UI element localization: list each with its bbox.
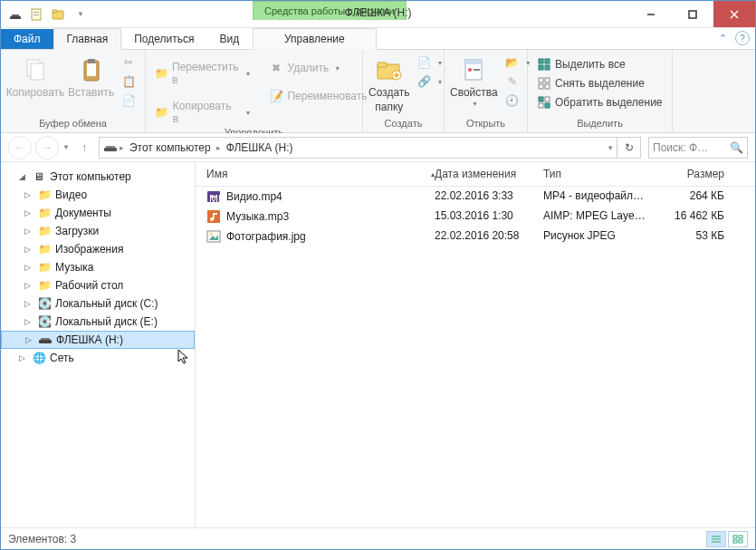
breadcrumb-this-pc[interactable]: Этот компьютер [126, 140, 215, 156]
file-row[interactable]: Фотография.jpg22.02.2016 20:58Рисунок JP… [196, 227, 755, 246]
svg-point-23 [468, 68, 472, 72]
paste-shortcut-small-button[interactable]: 📄 [118, 92, 139, 110]
move-to-button[interactable]: 📁Переместить в▼ [151, 59, 254, 88]
column-size[interactable]: Размер [659, 168, 724, 180]
svg-rect-33 [539, 97, 543, 101]
svg-rect-12 [31, 63, 43, 80]
large-icons-view-button[interactable] [728, 531, 748, 547]
new-item-small-button[interactable]: 📄▼ [414, 53, 447, 72]
qat-properties-icon[interactable] [28, 5, 46, 24]
file-name: Музыка.mp3 [226, 210, 289, 223]
column-date[interactable]: Дата изменения [435, 168, 543, 180]
svg-text:MP4: MP4 [209, 193, 221, 204]
ribbon-group-new: Создать папку 📄▼ 🔗▼ Создать [363, 50, 445, 132]
search-input[interactable]: Поиск: Ф… 🔍 [648, 137, 748, 159]
up-button[interactable]: ↑ [73, 137, 95, 159]
paste-button[interactable]: Вставить [68, 52, 114, 99]
usb-drive-icon [38, 333, 53, 347]
edit-icon: ✎ [505, 74, 520, 89]
select-all-icon [537, 57, 551, 72]
qat-dropdown-icon[interactable]: ▼ [72, 5, 90, 24]
column-type[interactable]: Тип [543, 168, 659, 180]
folder-icon: 📁 [37, 260, 52, 275]
ribbon-group-organize: 📁Переместить в▼ 📁Копировать в▼ ✖Удалить▼… [146, 50, 363, 132]
title-bar: ▼ Средства работы с дисками ФЛЕШКА (H:) [1, 1, 755, 28]
move-to-icon: 📁 [155, 66, 168, 81]
close-button[interactable] [713, 1, 755, 27]
app-icon [6, 5, 24, 24]
qat-newfolder-icon[interactable] [50, 5, 68, 24]
svg-rect-15 [88, 59, 95, 63]
svg-rect-47 [214, 213, 217, 215]
svg-rect-27 [539, 65, 543, 70]
copy-button[interactable]: Копировать [6, 52, 64, 99]
column-name[interactable]: Имя▴ [199, 168, 435, 180]
folder-icon: 📁 [37, 206, 52, 220]
body: ◢🖥Этот компьютер ▷📁Видео ▷📁Документы ▷📁З… [1, 162, 755, 527]
easy-access-small-button[interactable]: 🔗▼ [414, 72, 447, 91]
svg-rect-34 [545, 97, 550, 101]
tree-flash-drive[interactable]: ▷ФЛЕШКА (H:) [1, 331, 195, 349]
paste-icon [77, 55, 106, 84]
select-none-button[interactable]: Снять выделение [533, 74, 666, 92]
new-folder-icon [375, 55, 404, 84]
file-size: 53 КБ [659, 229, 724, 244]
minimize-ribbon-icon[interactable]: ⌃ [715, 31, 730, 45]
window-controls [630, 1, 755, 27]
tab-home[interactable]: Главная [53, 28, 122, 50]
svg-rect-55 [739, 536, 742, 538]
tree-downloads[interactable]: ▷📁Загрузки [1, 222, 195, 240]
delete-button[interactable]: ✖Удалить▼ [265, 59, 370, 77]
help-icon[interactable]: ? [735, 31, 750, 45]
rename-button[interactable]: 📝Переименовать [265, 87, 370, 105]
ribbon-group-select: Выделить все Снять выделение Обратить вы… [528, 50, 673, 132]
file-type-icon [206, 209, 221, 224]
back-button[interactable]: ← [8, 136, 32, 159]
folder-icon: 📁 [37, 224, 52, 238]
rename-icon: 📝 [269, 89, 283, 103]
ribbon-group-clipboard: Копировать Вставить ✂ 📋 📄 Буфер обмена [1, 50, 146, 132]
new-folder-button[interactable]: Создать папку [368, 52, 410, 113]
tree-music[interactable]: ▷📁Музыка [1, 258, 195, 276]
new-item-icon: 📄 [417, 55, 432, 70]
tab-file[interactable]: Файл [1, 29, 53, 49]
tree-disk-c[interactable]: ▷💽Локальный диск (C:) [1, 294, 195, 313]
svg-rect-57 [739, 540, 742, 543]
svg-rect-0 [10, 16, 21, 19]
tree-this-pc[interactable]: ◢🖥Этот компьютер [1, 168, 195, 186]
refresh-button[interactable]: ↻ [617, 137, 641, 159]
forward-button[interactable]: → [35, 136, 59, 159]
status-item-count: Элементов: 3 [8, 533, 76, 545]
file-date: 15.03.2016 1:30 [435, 209, 543, 224]
cut-icon: ✂ [121, 55, 136, 70]
tree-documents[interactable]: ▷📁Документы [1, 204, 195, 222]
tree-pictures[interactable]: ▷📁Изображения [1, 240, 195, 258]
minimize-button[interactable] [630, 1, 672, 27]
tree-desktop[interactable]: ▷📁Рабочий стол [1, 276, 195, 294]
breadcrumb-bar[interactable]: ▸ Этот компьютер ▸ ФЛЕШКА (H:) ▾ [99, 137, 617, 159]
tree-videos[interactable]: ▷📁Видео [1, 186, 195, 204]
file-row[interactable]: MP4Видио.mp422.02.2016 3:33MP4 - видеофа… [196, 187, 755, 207]
breadcrumb-drive[interactable]: ФЛЕШКА (H:) [223, 140, 297, 156]
file-row[interactable]: Музыка.mp315.03.2016 1:30AIMP: MPEG Laye… [196, 207, 755, 227]
svg-rect-32 [545, 84, 550, 89]
cut-small-button[interactable]: ✂ [118, 53, 139, 72]
svg-rect-6 [53, 10, 57, 13]
navigation-tree[interactable]: ◢🖥Этот компьютер ▷📁Видео ▷📁Документы ▷📁З… [1, 162, 196, 527]
tab-manage[interactable]: Управление [253, 28, 377, 50]
tree-network[interactable]: ▷🌐Сеть [1, 349, 195, 367]
search-icon: 🔍 [730, 141, 743, 154]
tab-share[interactable]: Поделиться [121, 29, 206, 49]
tab-view[interactable]: Вид [206, 29, 252, 49]
invert-selection-button[interactable]: Обратить выделение [533, 93, 666, 111]
maximize-button[interactable] [672, 1, 713, 27]
svg-rect-29 [539, 78, 543, 82]
details-view-button[interactable] [706, 531, 726, 547]
tree-disk-e[interactable]: ▷💽Локальный диск (E:) [1, 313, 195, 331]
svg-point-50 [210, 233, 213, 236]
select-all-button[interactable]: Выделить все [533, 55, 666, 73]
copy-path-small-button[interactable]: 📋 [118, 72, 139, 91]
copy-to-button[interactable]: 📁Копировать в▼ [151, 98, 254, 127]
recent-locations-dropdown[interactable]: ▼ [62, 143, 70, 151]
properties-button[interactable]: Свойства ▼ [450, 52, 498, 107]
